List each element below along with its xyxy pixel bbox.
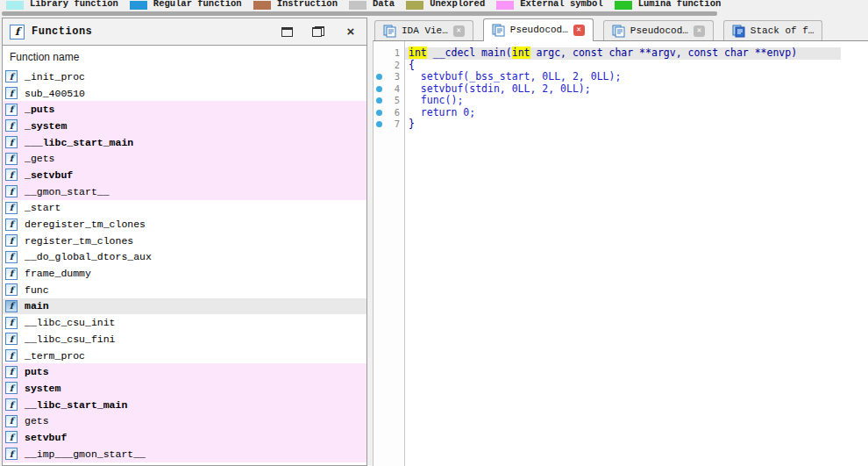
stack-icon [732, 25, 745, 38]
function-name: __gmon_start__ [25, 186, 110, 197]
function-row[interactable]: fframe_dummy [3, 265, 366, 282]
function-row[interactable]: fputs [3, 363, 366, 380]
function-row[interactable]: fderegister_tm_clones [3, 216, 366, 233]
gutter-row: 3 [374, 71, 404, 83]
code-token: __cdecl main( [427, 47, 512, 59]
panel-title: Functions [32, 25, 262, 38]
code-token: int [512, 47, 530, 59]
line-number: 7 [395, 118, 400, 129]
float-window-button[interactable] [312, 26, 324, 37]
legend-color-swatch [349, 1, 366, 10]
tab-close-icon[interactable]: ✕ [694, 25, 705, 37]
function-name: sub_400510 [25, 88, 85, 99]
function-row[interactable]: f__do_global_dtors_aux [3, 249, 366, 266]
function-row[interactable]: f___libc_start_main [3, 134, 366, 151]
function-row[interactable]: f_setvbuf [3, 167, 366, 183]
close-window-button[interactable]: × [344, 25, 358, 38]
function-row[interactable]: fregister_tm_clones [3, 233, 366, 249]
code-line[interactable]: } [405, 118, 418, 131]
function-icon: f [5, 415, 18, 427]
code-token: argc, const char **argv, const char **en… [530, 47, 798, 59]
color-legend: Library functionRegular functionInstruct… [0, 0, 868, 11]
function-name: deregister_tm_clones [25, 219, 146, 230]
legend-label: Unexplored [430, 0, 485, 9]
line-marker-dot[interactable] [376, 121, 382, 127]
code-line[interactable]: setvbuf(_bss_start, 0LL, 2, 0LL); [405, 71, 624, 83]
function-row[interactable]: f_system [3, 118, 366, 134]
function-row[interactable]: f_init_proc [3, 68, 366, 85]
code-line[interactable]: return 0; [405, 107, 479, 119]
function-name: gets [25, 415, 49, 427]
function-name: setvbuf [25, 432, 67, 443]
line-marker-dot[interactable] [376, 110, 382, 116]
function-icon: f [5, 168, 18, 181]
tab-ida-vie-[interactable]: IDA Vie…✕ [374, 20, 473, 40]
function-icon: f [5, 333, 18, 345]
function-row[interactable]: fsub_400510 [3, 85, 366, 102]
code-token: } [409, 118, 415, 130]
column-header-function-name[interactable]: Function name [3, 46, 366, 68]
code-token: { [409, 59, 415, 71]
tab-close-icon[interactable]: ✕ [453, 25, 465, 37]
legend-color-swatch [496, 1, 514, 10]
function-name: _init_proc [25, 71, 85, 82]
function-icon: f [5, 70, 18, 82]
function-name: __libc_csu_init [25, 317, 116, 328]
code-line[interactable]: int __cdecl main(int argc, const char **… [405, 47, 841, 60]
editor-area: IDA Vie…✕Pseudocod…✕Pseudocod…✕Stack of … [373, 18, 868, 466]
function-icon: f [5, 366, 18, 378]
function-icon: f [5, 382, 18, 394]
function-icon: f [5, 234, 18, 247]
function-row[interactable]: fsetvbuf [3, 429, 366, 446]
function-name: main [25, 300, 49, 312]
line-marker-dot[interactable] [376, 74, 382, 80]
legend-label: Regular function [153, 0, 242, 9]
functions-titlebar[interactable]: f Functions × [3, 18, 366, 45]
function-row[interactable]: f__libc_csu_fini [3, 331, 366, 348]
pseudocode-icon [612, 25, 625, 38]
line-number: 6 [395, 107, 400, 118]
maximize-button[interactable] [281, 27, 293, 37]
navigation-band[interactable] [2, 11, 717, 16]
function-list: f_init_procfsub_400510f_putsf_systemf___… [3, 68, 366, 462]
function-icon: f [5, 283, 18, 296]
code-token: setvbuf(_bss_start, 0LL, 2, 0LL); [409, 70, 621, 82]
function-row[interactable]: f_gets [3, 150, 366, 167]
line-marker-dot[interactable] [376, 86, 382, 92]
function-icon: f [5, 448, 18, 460]
tab-close-icon[interactable]: ✕ [573, 25, 585, 36]
function-row[interactable]: fmain [3, 298, 366, 315]
legend-color-swatch [130, 1, 147, 10]
function-row[interactable]: f__libc_start_main [3, 397, 366, 413]
legend-item: Library function [6, 0, 118, 10]
function-name: _start [25, 202, 60, 213]
function-row[interactable]: f__imp___gmon_start__ [3, 446, 366, 462]
legend-label: Instruction [277, 0, 338, 9]
pseudocode-view[interactable]: 1234567 int __cdecl main(int argc, const… [373, 40, 868, 466]
code-line[interactable]: func(); [405, 95, 466, 107]
legend-item: Regular function [130, 0, 242, 10]
function-row[interactable]: fsystem [3, 380, 366, 397]
code-line[interactable]: { [405, 60, 418, 72]
function-row[interactable]: fgets [3, 412, 366, 429]
function-row[interactable]: f_puts [3, 101, 366, 118]
tab-pseudocod-[interactable]: Pseudocod…✕ [603, 20, 714, 40]
tab-bar: IDA Vie…✕Pseudocod…✕Pseudocod…✕Stack of … [373, 18, 868, 40]
function-name: func [25, 284, 49, 296]
function-row[interactable]: f_start [3, 200, 366, 217]
legend-label: Library function [30, 0, 118, 9]
function-row[interactable]: f__gmon_start__ [3, 183, 366, 200]
line-number: 1 [395, 47, 400, 58]
tab-stack-of-f-[interactable]: Stack of f… [723, 20, 823, 40]
function-icon: f [5, 153, 18, 165]
function-row[interactable]: f__libc_csu_init [3, 314, 366, 331]
tab-pseudocod-[interactable]: Pseudocod…✕ [483, 18, 594, 41]
gutter-row: 1 [374, 47, 404, 60]
legend-item: Data [349, 0, 395, 10]
function-row[interactable]: f_term_proc [3, 348, 366, 364]
line-marker-dot[interactable] [376, 97, 382, 104]
code-line[interactable]: setvbuf(stdin, 0LL, 2, 0LL); [405, 83, 594, 96]
function-row[interactable]: ffunc [3, 282, 366, 298]
function-name: _term_proc [25, 350, 85, 362]
line-number: 4 [395, 83, 400, 94]
